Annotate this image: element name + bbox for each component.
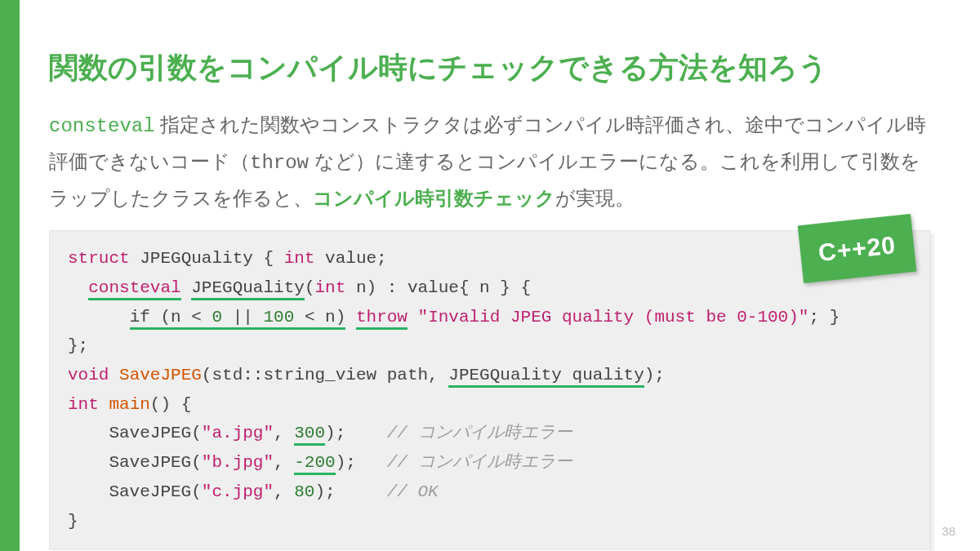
code-token: JPEGQuality { xyxy=(130,249,284,268)
code-token: ); xyxy=(644,366,665,384)
inline-code-throw: throw xyxy=(250,152,309,174)
code-token: value; xyxy=(314,249,386,268)
code-token-ctor: JPEGQuality xyxy=(191,278,305,300)
code-token-arg: 300 xyxy=(294,424,325,446)
code-block: C++20struct JPEGQuality { int value; con… xyxy=(49,230,931,549)
inline-code-consteval: consteval xyxy=(49,115,155,137)
slide: 関数の引数をコンパイル時にチェックできる方法を知ろう consteval 指定さ… xyxy=(0,0,980,551)
code-token: SaveJPEG( xyxy=(68,482,202,501)
code-token xyxy=(68,278,88,297)
code-token: n) : value{ n } { xyxy=(345,278,531,297)
cpp20-badge: C++20 xyxy=(798,214,917,283)
page-number: 38 xyxy=(942,524,956,538)
code-token: ); xyxy=(325,424,387,442)
code-token xyxy=(99,395,109,414)
code-token xyxy=(181,278,192,297)
code-comment: // コンパイル時エラー xyxy=(387,424,572,442)
code-token: void xyxy=(68,366,109,384)
code-token-main: main xyxy=(109,395,149,414)
code-token: "a.jpg" xyxy=(202,424,274,442)
code-token: int xyxy=(314,278,345,297)
code-token-arg: -200 xyxy=(294,453,335,475)
code-token: ( xyxy=(305,278,315,297)
code-token: , xyxy=(274,424,294,442)
code-token: , xyxy=(274,482,294,501)
code-token: ); xyxy=(314,482,386,501)
body-text-3: が実現。 xyxy=(555,187,635,209)
code-token: , xyxy=(274,453,294,472)
code-token: SaveJPEG( xyxy=(68,424,202,442)
code-token: }; xyxy=(68,336,88,355)
code-token xyxy=(68,308,130,327)
code-token: () { xyxy=(150,395,191,414)
code-comment: // OK xyxy=(387,482,439,501)
code-token: "b.jpg" xyxy=(202,453,274,472)
code-token-arg: 80 xyxy=(294,482,314,501)
code-token-throw: throw xyxy=(356,308,408,330)
slide-title: 関数の引数をコンパイル時にチェックできる方法を知ろう xyxy=(49,49,931,87)
accent-bar xyxy=(0,0,20,551)
code-token-if: if (n < 0 || 100 < n) xyxy=(130,308,346,330)
code-token: } xyxy=(68,512,78,531)
code-token-consteval: consteval xyxy=(88,278,180,300)
code-token: (std::string_view path, xyxy=(202,366,448,384)
code-token: struct xyxy=(68,249,130,268)
code-token-string: "Invalid JPEG quality (must be 0-100)" xyxy=(418,308,809,327)
code-token xyxy=(408,308,418,327)
code-token-param: JPEGQuality quality xyxy=(448,366,644,388)
code-comment: // コンパイル時エラー xyxy=(387,453,572,472)
code-token: ); xyxy=(336,453,387,472)
code-token xyxy=(109,366,119,384)
code-token: int xyxy=(284,249,315,268)
code-token xyxy=(345,308,356,327)
code-token: ; } xyxy=(808,308,840,327)
code-token-fn: SaveJPEG xyxy=(119,366,202,384)
code-token: SaveJPEG( xyxy=(68,453,202,472)
body-paragraph: consteval 指定された関数やコンストラクタは必ずコンパイル時評価され、途… xyxy=(49,107,931,216)
code-token: int xyxy=(68,395,99,414)
code-token: "c.jpg" xyxy=(202,482,274,501)
body-highlight: コンパイル時引数チェック xyxy=(313,187,555,209)
